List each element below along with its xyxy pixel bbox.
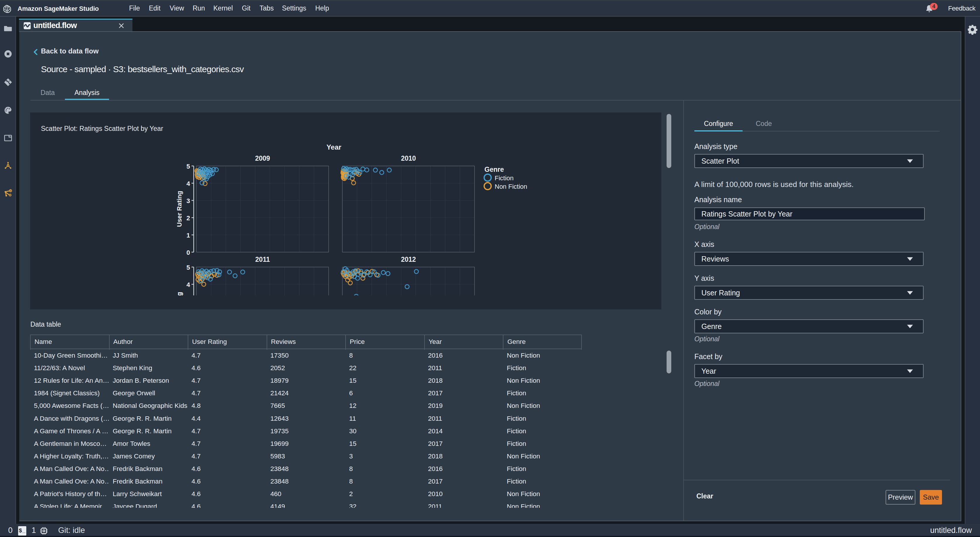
svg-text:User Rating: User Rating [176, 191, 183, 227]
svg-text:5: 5 [186, 264, 190, 271]
svg-text:4: 4 [186, 180, 190, 187]
svg-text:2012: 2012 [401, 256, 416, 263]
svg-text:4: 4 [186, 281, 190, 288]
svg-text:3: 3 [186, 197, 190, 205]
svg-text:User Rating: User Rating [176, 292, 183, 310]
svg-text:2: 2 [186, 214, 190, 222]
svg-text:5: 5 [186, 163, 190, 170]
svg-text:Fiction: Fiction [495, 175, 514, 182]
svg-text:Genre: Genre [484, 166, 504, 173]
svg-text:2010: 2010 [401, 154, 416, 162]
svg-text:Year: Year [326, 143, 342, 151]
svg-text:0: 0 [186, 249, 190, 256]
svg-text:Non Fiction: Non Fiction [495, 183, 527, 190]
svg-text:2009: 2009 [255, 154, 270, 162]
svg-text:3: 3 [186, 298, 190, 306]
svg-text:2011: 2011 [255, 256, 270, 263]
svg-text:1: 1 [186, 232, 190, 239]
